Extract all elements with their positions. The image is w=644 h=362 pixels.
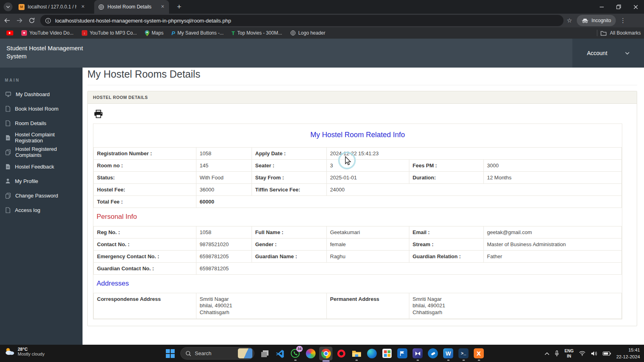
bookmark-item[interactable]: ↓ YouTube to MP3 Co... bbox=[78, 28, 141, 38]
sidebar-item-label: Room Details bbox=[15, 120, 46, 126]
printer-icon bbox=[94, 110, 103, 118]
language-indicator[interactable]: ENG IN bbox=[564, 348, 574, 358]
weather-icon bbox=[4, 347, 15, 356]
sidebar-item-label: Hostel Complaint Registration bbox=[15, 132, 83, 144]
incognito-badge: Incognito bbox=[577, 15, 616, 26]
account-menu[interactable]: Account bbox=[572, 39, 644, 68]
addresses-heading: Addresses bbox=[93, 275, 622, 293]
search-placeholder: Search bbox=[195, 350, 234, 356]
sidebar-item-my-dashboard[interactable]: My Dashboard bbox=[0, 87, 83, 101]
microsoft-store-app[interactable] bbox=[380, 346, 394, 362]
copy-icon bbox=[5, 193, 11, 199]
task-view-button[interactable] bbox=[258, 346, 271, 362]
browser-tab-phpmyadmin[interactable]: M localhost / 127.0.0.1 / hostel | p × bbox=[14, 0, 89, 14]
vscode-icon bbox=[276, 349, 285, 358]
sidebar-item-my-profile[interactable]: My Profile bbox=[0, 174, 83, 188]
bookmark-item[interactable]: P My Saved Buttons -... bbox=[167, 28, 227, 38]
hidden-icons-chevron[interactable] bbox=[545, 352, 549, 355]
clock[interactable]: 15:41 22-12-2024 bbox=[616, 347, 640, 360]
volume-icon[interactable] bbox=[591, 351, 597, 356]
field-label: Room no : bbox=[94, 160, 196, 172]
new-tab-button[interactable]: + bbox=[174, 2, 184, 12]
xampp-app[interactable]: ꓫ bbox=[472, 346, 485, 362]
field-value: 1058 bbox=[196, 148, 252, 160]
terminal-app[interactable]: >_ bbox=[457, 346, 470, 362]
word-app[interactable]: W bbox=[442, 346, 455, 362]
browser-menu-icon[interactable]: ⋮ bbox=[620, 17, 626, 24]
file-text-icon bbox=[5, 164, 10, 170]
media-app[interactable] bbox=[411, 346, 424, 362]
media-app-icon bbox=[413, 348, 423, 358]
window-controls bbox=[593, 0, 644, 14]
tab-search-button[interactable] bbox=[4, 2, 12, 11]
sidebar-item-label: Change Password bbox=[15, 193, 58, 199]
file-icon bbox=[5, 207, 10, 213]
bookmark-item[interactable]: T Top Movies - 300M... bbox=[228, 28, 286, 38]
taskbar-search[interactable]: Search bbox=[180, 347, 254, 360]
vscode-app[interactable] bbox=[273, 346, 287, 362]
wifi-icon[interactable] bbox=[579, 351, 586, 356]
address-bar[interactable]: localhost/student-hostel-management-syst… bbox=[40, 15, 564, 26]
all-bookmarks-button[interactable]: All Bookmarks bbox=[610, 30, 641, 36]
tab-title: Hostel Room Details bbox=[107, 4, 156, 10]
chevron-down-icon bbox=[625, 52, 630, 55]
bookmark-item[interactable]: Maps bbox=[141, 28, 167, 38]
bookmark-item[interactable]: ♥ YouTube Video Do... bbox=[17, 28, 78, 38]
sidebar-item-room-details[interactable]: Room Details bbox=[0, 116, 83, 130]
field-label: Fees PM : bbox=[409, 160, 484, 172]
bookmark-star-icon[interactable]: ☆ bbox=[567, 17, 572, 24]
minimize-button[interactable] bbox=[593, 0, 610, 14]
field-label: Apply Date : bbox=[252, 148, 327, 160]
chrome-app[interactable] bbox=[319, 347, 332, 360]
sidebar-item-label: Access log bbox=[15, 207, 40, 213]
language-bottom: IN bbox=[564, 354, 574, 359]
field-value: 6598781205 bbox=[196, 263, 622, 275]
field-label: Stay From : bbox=[252, 172, 327, 184]
file-explorer-app[interactable] bbox=[350, 346, 363, 362]
opera-app[interactable] bbox=[334, 346, 348, 362]
main-content: My Hostel Rooms Details HOSTEL ROOM DETA… bbox=[83, 68, 644, 345]
edge-app[interactable] bbox=[365, 346, 378, 362]
sidebar-item-label: My Profile bbox=[15, 178, 38, 184]
tab-close-icon[interactable]: × bbox=[80, 4, 86, 10]
user-icon bbox=[5, 178, 10, 184]
browser-tab-active[interactable]: Hostel Room Details × bbox=[94, 0, 169, 14]
close-button[interactable] bbox=[627, 0, 644, 14]
globe-favicon bbox=[98, 4, 104, 10]
personal-info-heading: Personal Info bbox=[93, 208, 622, 226]
site-info-icon[interactable] bbox=[45, 18, 51, 24]
whatsapp-app[interactable]: 34 bbox=[289, 346, 302, 362]
field-value: With Food bbox=[196, 172, 252, 184]
browser-app[interactable] bbox=[426, 346, 440, 362]
search-icon bbox=[186, 351, 191, 356]
tab-close-icon[interactable]: × bbox=[159, 4, 166, 10]
field-value: Geetakumari bbox=[327, 226, 409, 239]
sidebar-item-hostel-complaint-registration[interactable]: Hostel Complaint Registration bbox=[0, 130, 83, 145]
task-view-icon bbox=[260, 350, 269, 358]
field-label: Gender : bbox=[252, 239, 327, 251]
table-row: Correspondense Address Smriti Nagar bhil… bbox=[94, 293, 622, 319]
reload-button[interactable] bbox=[26, 15, 37, 26]
microphone-icon[interactable] bbox=[555, 350, 559, 357]
photos-app[interactable] bbox=[304, 346, 317, 362]
bookmark-youtube[interactable] bbox=[2, 28, 17, 38]
flag-app[interactable] bbox=[396, 346, 409, 362]
field-label: Emergency Contact No. : bbox=[94, 251, 196, 263]
field-value: 12 Months bbox=[484, 172, 622, 184]
back-button[interactable] bbox=[1, 15, 12, 26]
print-button[interactable] bbox=[94, 110, 103, 120]
start-button[interactable] bbox=[163, 346, 177, 362]
video-downloader-icon: ♥ bbox=[21, 30, 27, 36]
sidebar-item-hostel-registered-complaints[interactable]: Hostel Registered Complaints bbox=[0, 145, 83, 159]
sidebar-item-book-hostel-room[interactable]: Book Hostel Room bbox=[0, 101, 83, 116]
sidebar-item-change-password[interactable]: Change Password bbox=[0, 188, 83, 203]
forward-button[interactable] bbox=[14, 15, 25, 26]
table-row: Reg No. : 1058 Full Name : Geetakumari E… bbox=[94, 226, 622, 239]
weather-widget[interactable]: 28°C Mostly cloudy bbox=[4, 347, 45, 356]
bookmark-item[interactable]: Logo header bbox=[286, 28, 329, 38]
sidebar-item-access-log[interactable]: Access log bbox=[0, 203, 83, 217]
battery-icon[interactable] bbox=[603, 351, 611, 356]
sidebar-item-hostel-feedback[interactable]: Hostel Feedback bbox=[0, 159, 83, 174]
table-row: Guardian Contact No. : 6598781205 bbox=[94, 263, 622, 275]
restore-button[interactable] bbox=[610, 0, 627, 14]
